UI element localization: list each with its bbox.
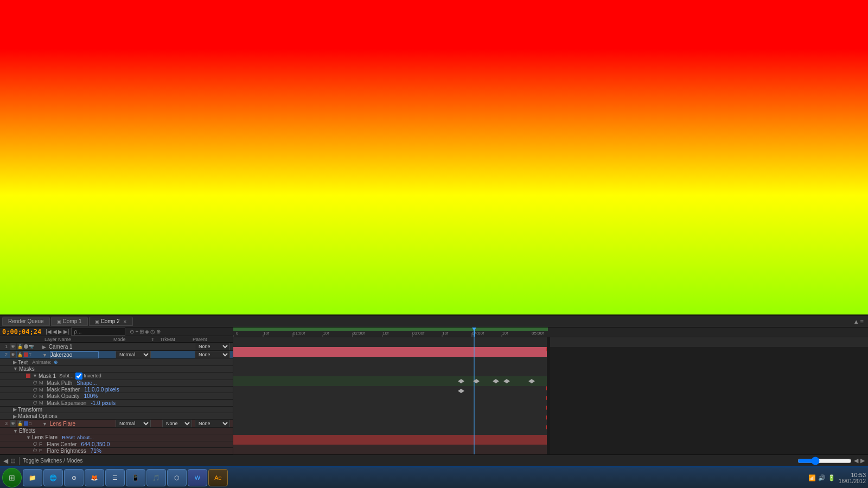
clock-display[interactable]: 10:53 16/01/2012 — [839, 472, 866, 484]
tab-render-queue[interactable]: Render Queue — [2, 317, 50, 326]
layer-row-camera1[interactable]: 1 👁 🔒 📷 ▶ Camera 1 None — [0, 343, 233, 351]
layer-row-material[interactable]: ▶ Material Options — [0, 413, 233, 420]
lf-effect-expand[interactable]: ▼ — [26, 435, 31, 440]
flare-center-stopwatch[interactable]: ⏱ — [33, 441, 39, 447]
layer-row-effects[interactable]: ▼ Effects — [0, 428, 233, 434]
svg-rect-55 — [233, 337, 868, 347]
layer-row-mask1[interactable]: ▼ Mask 1 Subt... Inverted — [0, 373, 233, 380]
close-comp2-tab[interactable]: ✕ — [123, 319, 127, 324]
layer-row-transform[interactable]: ▶ Transform — [0, 407, 233, 413]
tab-comp2-timeline[interactable]: ▣Comp 2 ✕ — [89, 317, 133, 326]
layer-eye-2[interactable]: 👁 — [10, 351, 16, 358]
layer-row-mask-feather[interactable]: ⏱ M Mask Feather 11.0,0.0 pixels — [0, 387, 233, 393]
timeline-ruler[interactable]: 0 10f 01:00f 10f 02:00f 10f 03:00f 10f 0… — [233, 328, 868, 337]
svg-text:10f: 10f — [502, 331, 508, 336]
flare-brightness-stopwatch[interactable]: ⏱ — [33, 448, 39, 453]
mask-feather-value[interactable]: 11.0,0.0 pixels — [84, 387, 119, 393]
sys-tray: 📶 🔊 🔋 — [808, 474, 835, 481]
layer-row-flare-brightness[interactable]: ⏱ F Flare Brightness 71% — [0, 448, 233, 454]
mask-expansion-stopwatch[interactable]: ⏱ — [33, 400, 39, 406]
layer-row-mask-opacity[interactable]: ⏱ M Mask Opacity 100% — [0, 393, 233, 400]
tl-search-input[interactable] — [71, 328, 125, 336]
tl-prev-frame[interactable]: ◀ — [53, 329, 57, 335]
layer-mode-select-3[interactable]: Normal — [116, 420, 151, 427]
audio-section: Audio 0.0 — [700, 132, 868, 214]
tl-time-display[interactable]: 0;00;04;24 — [2, 328, 41, 336]
taskbar-app4[interactable]: ⬡ — [167, 469, 187, 486]
material-expand[interactable]: ▶ — [13, 414, 17, 419]
layer-eye-3[interactable]: 👁 — [10, 420, 16, 427]
effects-expand[interactable]: ▼ — [13, 428, 18, 434]
layer-row-mask-path[interactable]: ⏱ M Mask Path Shape... — [0, 380, 233, 387]
text-expand-icon[interactable]: ▶ — [13, 359, 17, 365]
taskbar-app2[interactable]: 📱 — [126, 469, 145, 486]
taskbar-explorer[interactable]: 📁 — [23, 469, 42, 486]
tl-snap-icon[interactable]: ◈ — [145, 329, 149, 335]
lf-about-btn[interactable]: About... — [77, 435, 94, 440]
tl-expand-icon[interactable]: ◀ — [3, 457, 8, 465]
timeline-menu-icon[interactable]: ≡ — [860, 318, 864, 325]
layer-color-1 — [24, 344, 28, 349]
layer-row-lensflare[interactable]: 3 👁 🔒 □ ▼ Lens Flare Normal None — [0, 420, 233, 428]
layer-parent-select-1[interactable]: None — [195, 343, 230, 350]
tl-guide-icon[interactable]: ⊞ — [139, 329, 144, 335]
layer-name-input-2[interactable] — [50, 351, 99, 358]
layer-row-lensflare-effect[interactable]: ▼ Lens Flare Reset About... — [0, 434, 233, 441]
layer-row-masks[interactable]: ▼ Masks — [0, 366, 233, 373]
lf-reset-btn[interactable]: Reset — [62, 435, 75, 440]
tl-first-frame[interactable]: |◀ — [46, 329, 52, 335]
timeline-tracks-area[interactable]: 0 10f 01:00f 10f 02:00f 10f 03:00f 10f 0… — [233, 328, 868, 454]
mask-opacity-value[interactable]: 100% — [84, 393, 98, 399]
animate-button[interactable]: ⊕ — [54, 359, 58, 365]
taskbar-app1[interactable]: ☰ — [105, 469, 125, 486]
layer-expand-1[interactable]: ▶ — [42, 344, 46, 350]
layer-mode-select-2[interactable]: Normal — [116, 351, 151, 358]
tl-frame-blend[interactable]: ⊡ — [10, 457, 16, 465]
taskbar-ae-active[interactable]: Ae — [208, 469, 228, 486]
mask-path-stopwatch[interactable]: ⏱ — [33, 380, 39, 386]
layer-row-text[interactable]: ▶ Text Animate: ⊕ — [0, 359, 233, 365]
tl-next-frame[interactable]: ▶| — [63, 329, 69, 335]
start-button[interactable]: ⊞ — [2, 468, 22, 487]
layer-trkmat-select-3[interactable]: None — [162, 420, 192, 427]
tl-scroll-left[interactable]: ◀ — [854, 457, 858, 464]
layer-eye-1[interactable]: 👁 — [10, 343, 16, 350]
mask1-label: Mask 1 — [39, 373, 56, 379]
timeline-zoom-slider[interactable] — [797, 457, 852, 465]
mask-opacity-stopwatch[interactable]: ⏱ — [33, 394, 39, 399]
masks-expand-icon[interactable]: ▼ — [13, 366, 18, 371]
tl-switches-modes[interactable]: Toggle Switches / Modes — [23, 458, 83, 464]
transform-expand[interactable]: ▶ — [13, 407, 17, 412]
taskbar-app3[interactable]: 🎵 — [146, 469, 166, 486]
mask1-inverted-check[interactable] — [75, 373, 82, 380]
tl-add-layer-icon[interactable]: + — [135, 329, 138, 335]
mask-feather-stopwatch[interactable]: ⏱ — [33, 387, 39, 393]
tl-motion-blur-icon[interactable]: ◷ — [150, 329, 155, 335]
layer-parent-select-2[interactable]: None — [195, 351, 230, 358]
layer-row-jakerzoo[interactable]: 2 👁 🔒 T ▼ Normal None — [0, 351, 233, 359]
layer-expand-2[interactable]: ▼ — [42, 352, 47, 358]
mask-path-value[interactable]: Shape... — [76, 380, 97, 386]
layer-lock-3[interactable]: 🔒 — [17, 420, 23, 427]
tab-comp1[interactable]: ▣Comp 1 — [51, 317, 88, 326]
layer-row-flare-center[interactable]: ⏱ F Flare Center 644.0,350.0 — [0, 441, 233, 448]
tl-adjustment-icon[interactable]: ⊕ — [156, 329, 161, 335]
taskbar-firefox[interactable]: 🦊 — [85, 469, 104, 486]
flare-center-value[interactable]: 644.0,350.0 — [81, 441, 110, 447]
taskbar-word[interactable]: W — [188, 469, 207, 486]
tl-scroll-right[interactable]: ▶ — [860, 457, 865, 464]
tl-solo-icon[interactable]: ⊙ — [130, 329, 134, 335]
tl-play-stop[interactable]: ▶ — [58, 329, 62, 335]
taskbar-ie[interactable]: 🌐 — [43, 469, 63, 486]
taskbar: ⊞ 📁 🌐 ⊕ 🦊 ☰ 📱 🎵 ⬡ W Ae 📶 🔊 🔋 10:53 16/01… — [0, 466, 868, 488]
taskbar-chrome[interactable]: ⊕ — [64, 469, 84, 486]
layer-row-mask-expansion[interactable]: ⏱ M Mask Expansion -1.0 pixels — [0, 400, 233, 406]
layer-lock-2[interactable]: 🔒 — [17, 351, 23, 358]
timeline-expand-icon[interactable]: ▲ — [853, 318, 859, 325]
mask1-expand-icon[interactable]: ▼ — [33, 373, 37, 378]
layer-expand-3[interactable]: ▼ — [42, 421, 47, 427]
layer-lock-1[interactable]: 🔒 — [17, 343, 23, 350]
mask-expansion-value[interactable]: -1.0 pixels — [91, 400, 116, 406]
layer-parent-select-3[interactable]: None — [195, 420, 230, 427]
flare-brightness-value[interactable]: 71% — [91, 448, 101, 454]
